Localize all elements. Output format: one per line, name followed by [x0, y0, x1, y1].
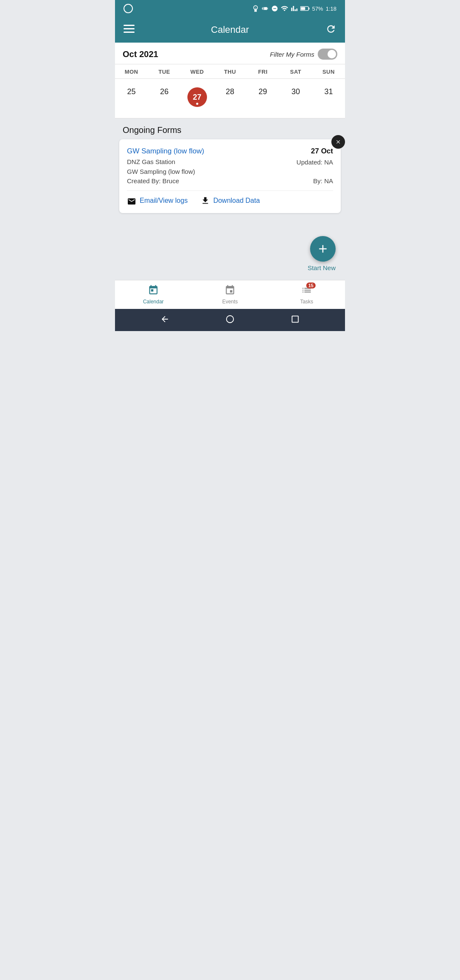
day-26[interactable]: 26: [148, 83, 181, 111]
fab-label: Start New: [308, 264, 336, 271]
email-logs-label: Email/View logs: [140, 197, 188, 205]
svg-rect-5: [124, 32, 135, 33]
dnd-icon: [271, 5, 278, 12]
signal-strength-icon: [291, 5, 298, 12]
month-year: Oct 2021: [123, 49, 158, 59]
back-button[interactable]: [160, 314, 170, 326]
nav-tasks-label: Tasks: [300, 299, 313, 305]
day-27-today[interactable]: 27: [181, 83, 213, 111]
form-updated: Updated: NA: [296, 159, 333, 166]
refresh-button[interactable]: [325, 23, 336, 36]
day-header-thu: THU: [213, 64, 246, 78]
app-bar: Calendar: [115, 17, 345, 43]
form-actions: Email/View logs Download Data: [127, 190, 333, 205]
tasks-badge: 15: [306, 282, 316, 288]
home-button[interactable]: [225, 314, 235, 326]
day-31[interactable]: 31: [312, 83, 345, 111]
battery-percent: 57%: [312, 6, 323, 12]
form-type-row: GW Sampling (low flow): [127, 168, 333, 176]
app-title: Calendar: [211, 24, 249, 35]
svg-point-6: [227, 316, 234, 323]
time-display: 1:18: [326, 6, 336, 12]
start-new-button[interactable]: [310, 236, 336, 262]
content-area: Ongoing Forms GW Sampling (low flow) 27 …: [115, 118, 345, 280]
day-25[interactable]: 25: [115, 83, 148, 111]
nav-events-label: Events: [222, 299, 238, 305]
close-form-button[interactable]: [331, 135, 345, 149]
email-view-logs-button[interactable]: Email/View logs: [127, 197, 188, 205]
day-29[interactable]: 29: [247, 83, 279, 111]
signal-icon: [124, 4, 133, 13]
form-creator-row: Created By: Bruce By: NA: [127, 177, 333, 184]
battery-icon: [300, 5, 310, 12]
status-bar-left: [124, 4, 133, 13]
bottom-nav: Calendar Events 15 Tasks: [115, 280, 345, 309]
day-header-fri: FRI: [247, 64, 279, 78]
calendar-header: Oct 2021 Filter My Forms: [115, 43, 345, 64]
wifi-icon: [281, 5, 288, 12]
svg-rect-4: [124, 28, 135, 29]
day-headers: MON TUE WED THU FRI SAT SUN: [115, 64, 345, 79]
svg-rect-1: [308, 8, 309, 10]
vibrate-icon: [262, 5, 269, 12]
day-30[interactable]: 30: [279, 83, 312, 111]
filter-row: Filter My Forms: [270, 49, 337, 60]
nav-events[interactable]: Events: [192, 280, 268, 309]
form-by: By: NA: [313, 177, 333, 184]
recents-button[interactable]: [290, 314, 300, 326]
nav-tasks[interactable]: 15 Tasks: [268, 280, 345, 309]
alarm-icon: [252, 5, 259, 12]
day-header-sun: SUN: [312, 64, 345, 78]
day-header-wed: WED: [181, 64, 213, 78]
ongoing-forms-title: Ongoing Forms: [115, 118, 345, 139]
form-card-header: GW Sampling (low flow) 27 Oct: [127, 147, 333, 156]
day-28[interactable]: 28: [213, 83, 246, 111]
calendar-days: 25 26 27 28 29 30 31: [115, 79, 345, 118]
form-card: GW Sampling (low flow) 27 Oct DNZ Gas St…: [119, 139, 341, 213]
nav-calendar-label: Calendar: [143, 299, 164, 305]
system-nav: [115, 309, 345, 331]
download-data-button[interactable]: Download Data: [201, 196, 260, 205]
day-header-tue: TUE: [148, 64, 181, 78]
form-location-row: DNZ Gas Station Updated: NA: [127, 158, 333, 166]
menu-button[interactable]: [124, 25, 135, 35]
form-location: DNZ Gas Station: [127, 158, 175, 165]
fab-area: Start New: [115, 219, 345, 280]
email-icon: [127, 197, 136, 205]
download-icon: [201, 196, 210, 205]
filter-label: Filter My Forms: [270, 51, 314, 58]
day-header-mon: MON: [115, 64, 148, 78]
filter-toggle[interactable]: [318, 49, 337, 60]
today-dot: [196, 103, 198, 105]
svg-rect-2: [301, 7, 305, 10]
calendar-nav-icon: [148, 285, 159, 297]
status-bar-right: 57% 1:18: [252, 5, 336, 12]
form-date: 27 Oct: [311, 147, 333, 156]
form-name-link[interactable]: GW Sampling (low flow): [127, 147, 204, 156]
download-label: Download Data: [213, 197, 260, 205]
day-header-sat: SAT: [279, 64, 312, 78]
form-type: GW Sampling (low flow): [127, 168, 195, 175]
events-nav-icon: [224, 285, 236, 297]
status-bar: 57% 1:18: [115, 0, 345, 17]
svg-rect-3: [124, 25, 135, 26]
tasks-badge-wrap: 15: [301, 285, 312, 297]
svg-rect-7: [292, 316, 299, 323]
nav-calendar[interactable]: Calendar: [115, 280, 192, 309]
form-creator: Created By: Bruce: [127, 177, 179, 184]
today-circle: 27: [187, 87, 207, 107]
